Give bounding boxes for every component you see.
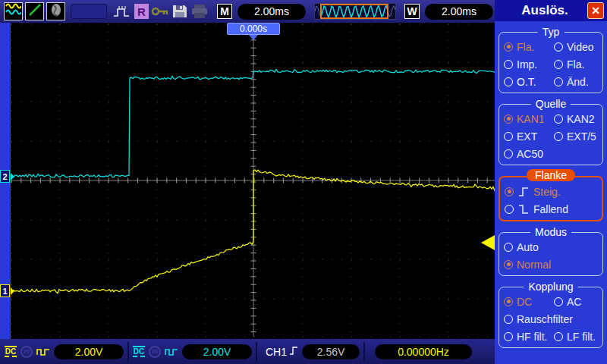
m-badge[interactable]: M xyxy=(217,4,232,19)
radio-typ-flanke[interactable]: Fla. xyxy=(504,38,554,55)
ch1-coupling-icon: DC xyxy=(5,345,17,358)
radio-quelle-kan2[interactable]: KAN2 xyxy=(554,110,598,127)
window-timebase-readout: 2.00ms xyxy=(425,4,493,20)
close-button[interactable]: ✕ xyxy=(587,2,604,19)
radio-icon xyxy=(504,42,513,52)
radio-icon xyxy=(504,77,513,86)
radio-quelle-ext[interactable]: EXT xyxy=(504,127,554,145)
toolbar: R M 2.00ms W 2 xyxy=(0,0,495,23)
ch2-scale-readout: 2.00V xyxy=(182,344,252,359)
radio-kopplung-hf-filt[interactable]: HF filt. xyxy=(504,328,554,345)
radio-typ-impuls[interactable]: Imp. xyxy=(504,55,554,73)
radio-kopplung-dc[interactable]: DC xyxy=(504,293,554,310)
section-quelle: Quelle KAN1 KAN2 EXT EXT/5 AC50 xyxy=(498,104,603,165)
section-typ: Typ Fla. Video Imp. Fla. O.T. xyxy=(498,32,603,93)
frequency-counter-readout: 0.00000Hz xyxy=(375,344,472,359)
diagonal-line-icon xyxy=(27,2,42,20)
ch2-bandwidth-icon: 20 xyxy=(149,346,161,358)
ch2-coupling-icon: DC xyxy=(133,345,145,358)
trigger-level-arrow[interactable] xyxy=(481,234,496,251)
key-lock-icon[interactable] xyxy=(151,6,169,17)
save-floppy-icon[interactable] xyxy=(171,4,188,19)
ch1-scale-readout: 2.00V xyxy=(54,344,124,359)
probe-thumbnail-icon xyxy=(49,2,64,20)
radio-icon xyxy=(554,60,563,69)
divider xyxy=(127,342,129,362)
divider xyxy=(256,342,257,362)
ch1-squarewave-icon xyxy=(36,347,50,356)
radio-quelle-ac50[interactable]: AC50 xyxy=(504,145,554,162)
radio-flanke-fallend[interactable]: Fallend xyxy=(505,200,597,218)
ch1-position-marker[interactable]: 1 xyxy=(0,284,10,297)
radio-kopplung-lf-filt[interactable]: LF filt. xyxy=(554,328,598,345)
section-title-modus: Modus xyxy=(530,226,571,238)
radio-icon xyxy=(504,315,513,324)
rising-edge-icon xyxy=(517,186,530,198)
waveform-display: 0.000s xyxy=(11,23,496,339)
print-icon[interactable] xyxy=(190,4,209,19)
scope-graticule xyxy=(11,23,496,339)
radio-quelle-kan1[interactable]: KAN1 xyxy=(504,110,554,127)
oscilloscope-screen: R M 2.00ms W 2 xyxy=(0,0,607,364)
trigger-position-pointer xyxy=(249,35,258,40)
channels-waveform-icon xyxy=(5,2,21,20)
status-bar: DC 20 2.00V DC 20 2.00V CH1 2.56V 0.0000… xyxy=(0,339,495,364)
radio-typ-ot[interactable]: O.T. xyxy=(504,73,554,90)
pulse-icon[interactable] xyxy=(112,3,132,20)
radio-icon xyxy=(504,132,513,141)
panel-title: Auslös. xyxy=(502,3,587,18)
r-badge[interactable]: R xyxy=(134,4,149,19)
channels-waveform-button[interactable] xyxy=(4,2,23,20)
radio-flanke-steigend[interactable]: Steig. xyxy=(505,183,597,200)
ch2-position-marker[interactable]: 2 xyxy=(0,170,10,183)
radio-icon xyxy=(554,115,563,124)
acquisition-preview[interactable] xyxy=(314,3,396,20)
radio-quelle-ext5[interactable]: EXT/5 xyxy=(554,127,598,145)
divider xyxy=(363,342,365,362)
trigger-slope-icon xyxy=(289,345,298,359)
radio-typ-aend[interactable]: Änd. xyxy=(554,73,598,90)
radio-icon xyxy=(505,187,514,196)
ch1-bandwidth-icon: 20 xyxy=(20,346,33,358)
trigger-source-label: CH1 xyxy=(266,346,287,358)
radio-icon xyxy=(554,132,563,141)
radio-icon xyxy=(504,243,513,252)
panel-header: Auslös. ✕ xyxy=(495,0,607,21)
ch2-squarewave-icon xyxy=(165,347,178,356)
radio-icon xyxy=(504,60,513,69)
radio-icon xyxy=(504,260,513,269)
section-flanke: Flanke Steig. Fallend xyxy=(498,176,603,221)
falling-edge-icon xyxy=(517,203,530,215)
radio-icon xyxy=(504,332,513,341)
preview-wave xyxy=(315,6,395,17)
radio-icon xyxy=(554,332,563,341)
empty-slot-button[interactable] xyxy=(71,4,107,19)
radio-icon xyxy=(554,297,563,306)
trigger-level-readout: 2.56V xyxy=(302,344,360,359)
radio-icon xyxy=(504,149,513,158)
line-display-button[interactable] xyxy=(25,2,44,20)
radio-modus-auto[interactable]: Auto xyxy=(504,238,598,256)
section-title-kopplung: Kopplung xyxy=(524,281,577,293)
main-timebase-readout: 2.00ms xyxy=(237,4,306,20)
radio-icon xyxy=(505,205,514,214)
radio-typ-flanke2[interactable]: Fla. xyxy=(554,55,598,73)
radio-kopplung-ac[interactable]: AC xyxy=(554,293,598,310)
radio-icon xyxy=(504,297,513,306)
radio-typ-video[interactable]: Video xyxy=(554,38,598,55)
radio-icon xyxy=(554,42,563,52)
radio-icon xyxy=(554,77,563,86)
probe-thumbnail-button[interactable] xyxy=(46,2,65,20)
radio-modus-normal[interactable]: Normal xyxy=(504,256,598,273)
section-title-quelle: Quelle xyxy=(531,98,571,110)
radio-icon xyxy=(504,115,513,124)
section-title-flanke: Flanke xyxy=(527,169,575,181)
section-modus: Modus Auto Normal xyxy=(498,232,603,276)
w-badge[interactable]: W xyxy=(404,4,420,19)
trigger-position-flag[interactable]: 0.000s xyxy=(227,23,280,35)
section-kopplung: Kopplung DC AC Rauschfilter HF filt. xyxy=(498,287,603,348)
radio-kopplung-rauschfilter[interactable]: Rauschfilter xyxy=(504,310,598,328)
section-title-typ: Typ xyxy=(538,26,565,38)
trigger-menu-panel: Auslös. ✕ Typ Fla. Video Imp. Fla. xyxy=(495,0,607,364)
